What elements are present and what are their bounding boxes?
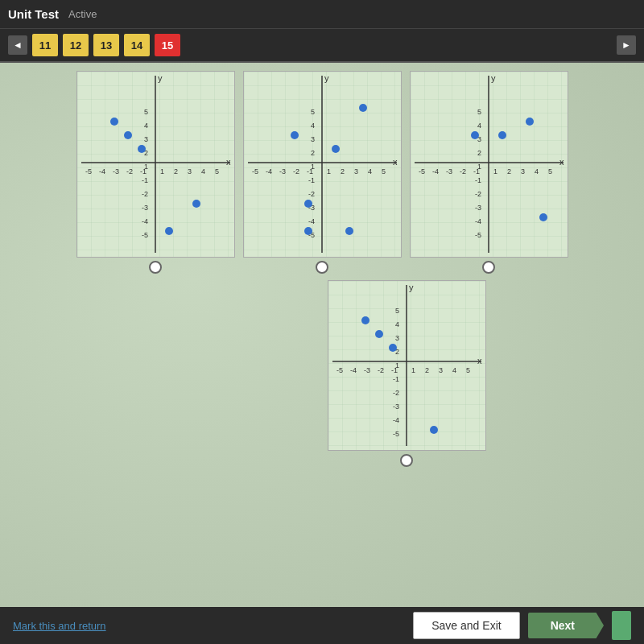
prev-nav-button[interactable]: ◄ [8, 35, 27, 55]
svg-text:y: y [324, 73, 329, 83]
svg-text:4: 4 [201, 167, 205, 175]
svg-text:4: 4 [452, 366, 456, 374]
svg-text:-3: -3 [475, 204, 481, 212]
svg-text:2: 2 [341, 167, 345, 175]
svg-text:-2: -2 [475, 190, 481, 198]
svg-point-29 [192, 200, 200, 208]
svg-text:-4: -4 [350, 366, 357, 374]
mark-return-link[interactable]: Mark this and return [13, 620, 405, 632]
svg-text:-1: -1 [473, 167, 480, 175]
svg-text:-4: -4 [99, 167, 105, 175]
svg-text:-1: -1 [142, 176, 148, 184]
svg-text:-1: -1 [391, 366, 398, 374]
svg-text:-1: -1 [475, 176, 481, 184]
svg-point-60 [304, 200, 312, 208]
svg-point-28 [138, 145, 146, 153]
svg-text:y: y [409, 283, 414, 292]
graph-4-radio[interactable] [400, 454, 413, 467]
svg-text:1: 1 [327, 167, 331, 175]
svg-text:5: 5 [477, 108, 481, 116]
graph-wrapper-1: y x 5 4 3 2 1 -1 -2 -3 -4 -5 - [76, 71, 235, 258]
svg-text:-5: -5 [475, 231, 481, 239]
svg-text:3: 3 [311, 135, 315, 143]
svg-text:-2: -2 [308, 190, 315, 198]
save-exit-button[interactable]: Save and Exit [413, 612, 519, 639]
svg-point-30 [165, 227, 173, 235]
svg-text:y: y [491, 73, 496, 83]
svg-text:2: 2 [477, 149, 481, 157]
svg-text:-4: -4 [475, 217, 481, 225]
graphs-top-row: y x 5 4 3 2 1 -1 -2 -3 -4 -5 - [8, 71, 636, 274]
svg-text:1: 1 [160, 167, 164, 175]
svg-text:3: 3 [439, 366, 443, 374]
extra-nav-button[interactable] [612, 611, 631, 640]
svg-point-122 [430, 426, 438, 434]
svg-text:-1: -1 [308, 176, 315, 184]
svg-text:5: 5 [382, 167, 386, 175]
svg-text:5: 5 [311, 108, 315, 116]
svg-text:4: 4 [368, 167, 372, 175]
svg-text:-2: -2 [378, 366, 384, 374]
svg-text:x: x [226, 157, 231, 167]
svg-text:-2: -2 [460, 167, 466, 175]
next-button[interactable]: Next [528, 613, 604, 638]
svg-text:-5: -5 [393, 430, 399, 438]
main-content: y x 5 4 3 2 1 -1 -2 -3 -4 -5 - [0, 63, 644, 607]
graph-container-3: y x 5 4 3 2 1 -1 -2 -3 -4 -5 -5 -4 [410, 71, 568, 274]
next-nav-button[interactable]: ► [617, 35, 636, 55]
svg-text:-5: -5 [252, 167, 258, 175]
svg-point-92 [539, 213, 547, 221]
status-badge: Active [68, 8, 97, 20]
page-14-button[interactable]: 14 [124, 34, 150, 56]
svg-text:-2: -2 [126, 167, 133, 175]
graph-3-radio[interactable] [482, 261, 495, 274]
svg-point-91 [498, 131, 506, 139]
svg-text:-4: -4 [393, 416, 399, 424]
page-13-button[interactable]: 13 [93, 34, 119, 56]
svg-text:y: y [158, 73, 163, 83]
graph-1: y x 5 4 3 2 1 -1 -2 -3 -4 -5 - [77, 72, 234, 257]
svg-point-27 [124, 131, 132, 139]
graph-4: y x 5 4 3 2 1 -1 -2 -3 -4 -5 -5 -4 [328, 281, 485, 450]
svg-text:3: 3 [521, 167, 525, 175]
svg-text:5: 5 [215, 167, 219, 175]
graph-1-radio[interactable] [149, 261, 162, 274]
nav-bar: ◄ 11 12 13 14 15 ► [0, 29, 644, 63]
svg-point-121 [389, 344, 397, 352]
svg-point-62 [345, 227, 353, 235]
svg-text:5: 5 [548, 167, 552, 175]
graph-wrapper-3: y x 5 4 3 2 1 -1 -2 -3 -4 -5 -5 -4 [410, 71, 568, 258]
graphs-bottom-row: y x 5 4 3 2 1 -1 -2 -3 -4 -5 -5 -4 [8, 280, 636, 467]
svg-text:-3: -3 [142, 204, 148, 212]
svg-point-61 [304, 227, 312, 235]
svg-text:x: x [559, 157, 564, 167]
graph-3: y x 5 4 3 2 1 -1 -2 -3 -4 -5 -5 -4 [411, 72, 568, 257]
svg-text:5: 5 [144, 108, 148, 116]
svg-point-58 [359, 104, 367, 112]
graph-2-radio[interactable] [316, 261, 328, 274]
svg-text:3: 3 [395, 334, 399, 342]
svg-text:-2: -2 [142, 190, 148, 198]
page-12-button[interactable]: 12 [63, 34, 89, 56]
svg-text:-5: -5 [419, 167, 425, 175]
svg-text:4: 4 [395, 320, 399, 328]
graph-container-4: y x 5 4 3 2 1 -1 -2 -3 -4 -5 -5 -4 [328, 280, 486, 467]
page-15-button[interactable]: 15 [155, 34, 180, 56]
graph-container-1: y x 5 4 3 2 1 -1 -2 -3 -4 -5 - [76, 71, 235, 274]
svg-point-26 [110, 118, 118, 126]
svg-text:-1: -1 [307, 167, 313, 175]
graph-wrapper-2: y x 5 4 3 2 1 -1 -2 -3 -4 -5 -5 -4 [243, 71, 402, 258]
svg-text:4: 4 [535, 167, 539, 175]
page-11-button[interactable]: 11 [32, 34, 58, 56]
svg-text:5: 5 [466, 366, 470, 374]
svg-point-89 [526, 118, 534, 126]
footer: Mark this and return Save and Exit Next [0, 607, 644, 644]
svg-text:3: 3 [188, 167, 192, 175]
svg-text:-3: -3 [364, 366, 370, 374]
svg-text:-4: -4 [142, 217, 148, 225]
svg-text:2: 2 [507, 167, 511, 175]
svg-text:2: 2 [174, 167, 178, 175]
svg-text:-4: -4 [308, 217, 315, 225]
graph-container-2: y x 5 4 3 2 1 -1 -2 -3 -4 -5 -5 -4 [243, 71, 402, 274]
svg-text:-3: -3 [446, 167, 452, 175]
